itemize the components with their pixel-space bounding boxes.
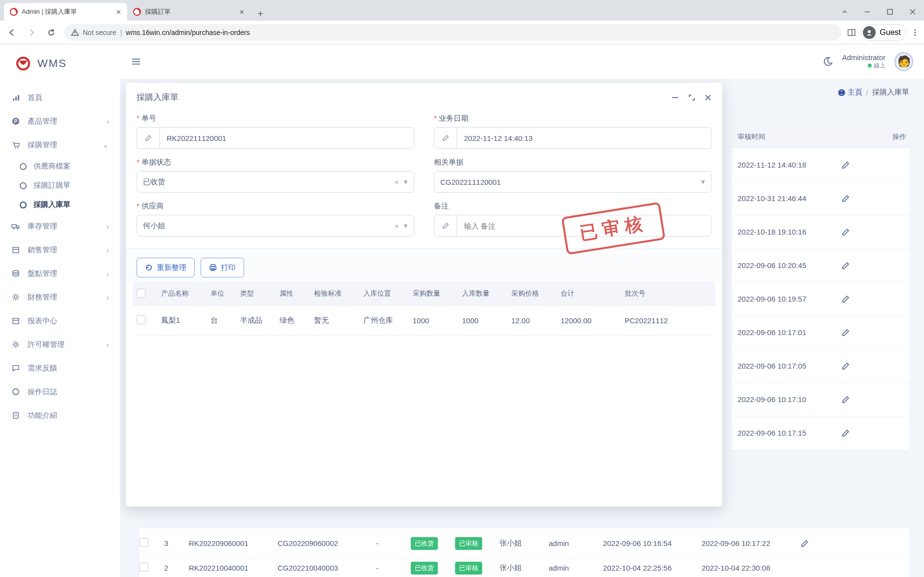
edit-icon[interactable]: [800, 539, 835, 548]
sidebar-item-featureintro[interactable]: 功能介紹: [0, 404, 120, 427]
bg-table-row: 2022-09-06 10:17:15: [732, 416, 909, 449]
browser-tab[interactable]: 採購訂單 ✕: [127, 3, 250, 21]
sidebar-item-home[interactable]: 首頁: [0, 86, 120, 109]
table-row[interactable]: 2 RK202210040001 CG202210040003 - 已收货 已审…: [140, 558, 909, 577]
reload-button[interactable]: [44, 26, 58, 39]
biz-date-value[interactable]: [457, 128, 711, 148]
forward-button[interactable]: [25, 26, 38, 39]
cell-audit-time: 2022-10-31 21:46:44: [738, 194, 841, 203]
logo-text: WMS: [37, 57, 67, 70]
hamburger-icon[interactable]: [131, 56, 142, 67]
col-total: 合计: [557, 289, 621, 298]
tab-close-icon[interactable]: ✕: [116, 8, 121, 16]
sidebar-subitem-pi[interactable]: 採購入庫單: [0, 195, 120, 214]
modal-minimize-icon[interactable]: [671, 94, 679, 102]
sidebar-item-report[interactable]: 报表中心: [0, 309, 120, 333]
bg-table-row: 2022-11-12 14:40:18: [732, 148, 909, 181]
close-icon[interactable]: [901, 3, 924, 21]
edit-icon[interactable]: [841, 328, 906, 337]
user-info[interactable]: Administrator 線上: [842, 53, 886, 70]
edit-icon[interactable]: [841, 261, 906, 270]
modal-toolbar: 重新整理 打印: [126, 248, 722, 281]
user-status: 線上: [842, 62, 886, 70]
row-checkbox[interactable]: [140, 538, 148, 547]
sidebar-item-log[interactable]: 操作日誌: [0, 380, 120, 404]
menu-icon[interactable]: [911, 29, 919, 36]
svg-rect-3: [888, 9, 892, 14]
print-button[interactable]: 打印: [201, 258, 244, 277]
sidebar-item-finance[interactable]: 財務管理‹: [0, 285, 120, 309]
order-no-input[interactable]: [137, 127, 414, 149]
chevron-left-icon: ‹: [107, 270, 109, 278]
status-select[interactable]: 已收货 × ▾: [137, 171, 414, 193]
sidebar-item-permission[interactable]: 許可權管理‹: [0, 333, 120, 356]
sidebar-subitem-po[interactable]: 採購訂購單: [0, 176, 120, 195]
sidebar-submenu-purchase: 供應商檔案 採購訂購單 採購入庫單: [0, 157, 120, 214]
chevrons-icon[interactable]: [833, 3, 856, 21]
svg-rect-15: [18, 95, 19, 101]
sidebar-subitem-supplier[interactable]: 供應商檔案: [0, 157, 120, 176]
browser-tab-active[interactable]: Admin | 採購入庫單 ✕: [4, 3, 127, 21]
sidebar-item-purchase[interactable]: 採購管理⌄: [0, 133, 120, 157]
remark-input[interactable]: [434, 215, 711, 237]
sidebar-item-audit[interactable]: 盤點管理‹: [0, 262, 120, 285]
side-panel-icon[interactable]: [847, 28, 856, 37]
edit-icon[interactable]: [841, 295, 906, 304]
cell-who: 张小姐: [499, 539, 549, 548]
order-no-value[interactable]: [160, 128, 414, 148]
supplier-select[interactable]: 何小姐 × ▾: [137, 215, 414, 237]
remark-value[interactable]: [457, 215, 711, 236]
avatar[interactable]: 🧑: [894, 52, 913, 71]
warning-icon: [71, 29, 79, 36]
guest-chip[interactable]: Guest: [861, 24, 906, 41]
cell-audit-time: 2022-09-06 10:17:10: [738, 395, 841, 404]
bg-table-row: 2022-10-31 21:46:44: [732, 181, 909, 215]
modal-close-icon[interactable]: [705, 94, 711, 101]
edit-icon[interactable]: [841, 429, 906, 438]
sidebar-item-product[interactable]: P產品管理‹: [0, 109, 120, 133]
select-all-checkbox[interactable]: [137, 289, 145, 298]
cell-attr: 绿色: [276, 316, 310, 325]
svg-point-18: [15, 147, 16, 148]
logo[interactable]: WMS: [0, 44, 120, 83]
edit-icon[interactable]: [841, 228, 906, 237]
url-input[interactable]: Not secure | wms.16win.cn/admin/purchase…: [64, 24, 841, 41]
edit-icon[interactable]: [841, 395, 906, 404]
items-row[interactable]: 鳳梨1 台 半成品 绿色 暂无 广州仓库 1000 1000 12.00 120…: [133, 306, 715, 336]
biz-date-input[interactable]: [434, 127, 711, 149]
tab-close-icon[interactable]: ✕: [239, 8, 245, 16]
edit-icon[interactable]: [841, 194, 906, 203]
table-row[interactable]: 3 RK202209060001 CG202209060002 - 已收货 已审…: [140, 528, 909, 558]
sidebar-item-inventory[interactable]: 庫存管理‹: [0, 214, 120, 238]
clear-icon[interactable]: ×: [394, 222, 399, 230]
back-button[interactable]: [5, 26, 19, 39]
cell-user: admin: [549, 539, 603, 547]
url-text: wms.16win.cn/admin/purchase-in-orders: [126, 29, 249, 36]
related-select[interactable]: CG202211120001 ▾: [434, 171, 711, 193]
sidebar-item-sales[interactable]: 銷售管理‹: [0, 238, 120, 262]
refresh-button[interactable]: 重新整理: [137, 258, 195, 277]
clear-icon[interactable]: ×: [394, 178, 399, 186]
breadcrumb-home[interactable]: 主頁: [838, 88, 862, 97]
row-checkbox[interactable]: [137, 315, 145, 324]
sidebar: WMS 首頁 P產品管理‹ 採購管理⌄ 供應商檔案 採購訂購單 採購入庫單 庫存…: [0, 44, 120, 577]
sidebar-item-feedback[interactable]: 需求反饋: [0, 356, 120, 380]
cell-t1: 2022-10-04 22:25:56: [603, 564, 702, 572]
edit-icon[interactable]: [841, 161, 906, 170]
p-circle-icon: P: [11, 116, 21, 126]
cell-idx: 2: [164, 564, 189, 572]
modal-maximize-icon[interactable]: [688, 94, 696, 102]
bg-table-row: 2022-09-06 10:19:57: [732, 282, 909, 315]
minimize-icon[interactable]: [856, 3, 879, 21]
maximize-icon[interactable]: [879, 3, 901, 21]
moon-icon[interactable]: [822, 56, 833, 67]
row-checkbox[interactable]: [140, 563, 148, 572]
svg-point-10: [915, 32, 916, 33]
caret-down-icon: ▾: [404, 221, 408, 230]
new-tab-button[interactable]: +: [253, 7, 267, 21]
sidebar-item-label: 需求反饋: [28, 364, 57, 373]
svg-point-5: [74, 34, 75, 35]
field-related: 相关单据 CG202211120001 ▾: [434, 158, 711, 193]
cell-dash: -: [376, 564, 411, 572]
edit-icon[interactable]: [841, 362, 906, 371]
